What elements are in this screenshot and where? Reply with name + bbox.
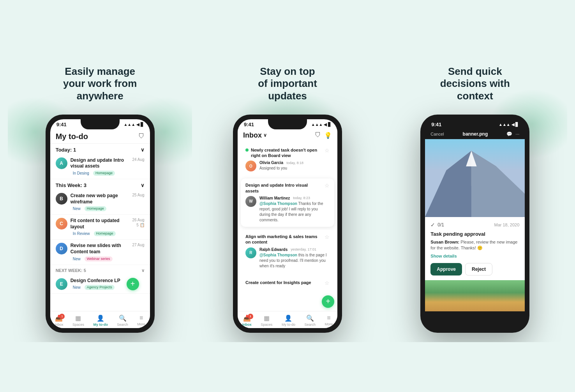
nav-spaces-label-2: Spaces bbox=[261, 323, 272, 327]
tag-webinar: Webinar series bbox=[85, 256, 113, 261]
panel-3-title: Send quick decisions with context bbox=[440, 65, 510, 102]
panels-container: Easily manage your work from anywhere 9:… bbox=[8, 50, 567, 342]
chevron-down-icon[interactable]: ∨ bbox=[141, 147, 145, 153]
chevron-down-icon-inbox[interactable]: ∨ bbox=[263, 132, 267, 138]
inbox-badge: 1 bbox=[59, 314, 65, 319]
fab-button-2[interactable]: + bbox=[322, 295, 334, 308]
avatar-4: D bbox=[56, 243, 67, 254]
chevron-down-icon-2[interactable]: ∨ bbox=[141, 182, 145, 188]
task-item-3[interactable]: C Fit content to updated layout In Revie… bbox=[50, 215, 150, 240]
task-tags-4: New Webinar series bbox=[71, 256, 129, 261]
star-icon-1[interactable]: ☆ bbox=[325, 147, 330, 154]
chevron-down-icon-3[interactable]: ∨ bbox=[141, 268, 145, 273]
task-item-2[interactable]: B Create new web page wireframe New Home… bbox=[50, 190, 150, 215]
mention-sophia: @Sophia Thompson bbox=[259, 201, 297, 206]
avatar-2: B bbox=[56, 193, 67, 205]
bottom-nav-2: 📥 Inbox 1 ▦ Spaces 👤 My to-do 🔍 Sea bbox=[238, 311, 337, 328]
approval-title: Task pending approval bbox=[430, 231, 519, 237]
tag-homepage: Homepage bbox=[93, 171, 115, 176]
filter-icon-inbox[interactable]: ⛉ bbox=[315, 132, 321, 139]
section-thisweek-label: This Week: 3 bbox=[56, 182, 86, 188]
ellipsis-icon[interactable]: ··· bbox=[515, 131, 519, 137]
mention-sophia-2: @Sophia Thompson bbox=[259, 253, 297, 257]
task-date-3: 26 Aug bbox=[132, 218, 145, 222]
phone-notch-3 bbox=[455, 119, 494, 129]
star-icon-4[interactable]: ☆ bbox=[325, 280, 330, 286]
nav-inbox-label: Inbox bbox=[55, 323, 63, 327]
section-thisweek: This Week: 3 ∨ bbox=[50, 179, 150, 190]
task-item-4[interactable]: D Revise new slides with Content team Ne… bbox=[50, 240, 150, 265]
landscape-image bbox=[425, 280, 525, 311]
nav-mytodo[interactable]: 👤 My to-do bbox=[93, 314, 108, 327]
status-time-3: 9:41 bbox=[431, 122, 441, 127]
inbox-item-header-1: Newly created task doesn't open right on… bbox=[245, 147, 330, 159]
status-icons-1: ▲▲▲ ◀ ▊ bbox=[123, 122, 143, 127]
phone-frame-2: 9:41 ▲▲▲ ◀ ▊ Inbox ∨ ⛉ 💡 bbox=[233, 115, 342, 333]
approval-header: Cancel banner.png 💬 ··· bbox=[425, 129, 525, 139]
inbox-time-3: yesterday, 17:01 bbox=[291, 247, 316, 251]
spaces-icon-2: ▦ bbox=[264, 314, 270, 322]
section-today: Today: 1 ∨ bbox=[50, 144, 150, 154]
approve-button[interactable]: Approve bbox=[430, 263, 462, 275]
inbox-time-1: today, 8:18 bbox=[286, 161, 303, 165]
show-details-link[interactable]: Show details bbox=[430, 254, 519, 258]
status-icons-3: ▲▲▲ ◀ ▊ bbox=[499, 122, 519, 127]
nav-more-2[interactable]: ≡ More bbox=[325, 314, 333, 326]
task-item[interactable]: A Design and update Intro visual assets … bbox=[50, 154, 150, 179]
task-meta: 5 📋 bbox=[136, 223, 144, 227]
inbox-item-2[interactable]: Design and update Intro visual assets ☆ … bbox=[241, 178, 334, 227]
tag-new: New bbox=[71, 206, 83, 211]
star-icon-2[interactable]: ☆ bbox=[325, 182, 330, 189]
inbox-title: Inbox ∨ bbox=[243, 131, 267, 139]
panel-2-title: Stay on top of important updates bbox=[258, 65, 317, 102]
task-name-4: Revise new slides with Content team bbox=[71, 243, 129, 255]
reject-button[interactable]: Reject bbox=[465, 263, 492, 275]
check-count: 0/1 bbox=[437, 222, 444, 228]
nav-inbox-2[interactable]: 📥 Inbox 1 bbox=[242, 314, 252, 327]
approval-check-row: ✓ 0/1 Mar 18, 2020 bbox=[430, 222, 519, 228]
inbox-sender-1: Olivia Garcia bbox=[259, 161, 283, 165]
inbox-item-title-1: Newly created task doesn't open right on… bbox=[251, 147, 325, 159]
inbox-item-1[interactable]: Newly created task doesn't open right on… bbox=[241, 143, 334, 176]
nav-search[interactable]: 🔍 Search bbox=[117, 314, 128, 327]
task-date-2: 25 Aug bbox=[132, 193, 145, 197]
nav-mytodo-2[interactable]: 👤 My to-do bbox=[282, 314, 295, 327]
bottom-nav-1: 📥 Inbox 1 ▦ Spaces 👤 My to-do 🔍 Sea bbox=[50, 311, 150, 328]
nav-search-2[interactable]: 🔍 Search bbox=[305, 314, 316, 327]
fab-button[interactable]: + bbox=[127, 278, 139, 290]
nav-search-label: Search bbox=[117, 323, 128, 327]
inbox-avatar-2: W bbox=[245, 196, 256, 207]
tag-new-3: New bbox=[71, 285, 83, 290]
inbox-icons: ⛉ 💡 bbox=[315, 132, 332, 139]
avatar-5: E bbox=[56, 278, 67, 290]
lightbulb-icon[interactable]: 💡 bbox=[324, 132, 332, 139]
nav-mytodo-label-2: My to-do bbox=[282, 323, 295, 327]
inbox-item-4[interactable]: Create content for Insights page ☆ bbox=[241, 276, 334, 292]
spaces-icon: ▦ bbox=[75, 314, 81, 322]
inbox-badge-2: 1 bbox=[248, 314, 253, 319]
star-icon-3[interactable]: ☆ bbox=[325, 234, 330, 240]
tag-inreview: In Review bbox=[71, 231, 92, 236]
inbox-text-1: Assigned to you bbox=[259, 166, 330, 171]
inbox-sender-3: Ralph Edwards bbox=[259, 247, 288, 252]
inbox-msg-row-1: O Olivia Garcia today, 8:18 Assigned to … bbox=[245, 161, 330, 171]
nav-inbox[interactable]: 📥 Inbox 1 bbox=[55, 314, 63, 327]
chat-icon[interactable]: 💬 bbox=[506, 131, 512, 137]
inbox-sender-2: William Martinez bbox=[259, 196, 290, 200]
mytodo-icon: 👤 bbox=[97, 314, 104, 322]
tag-new-2: New bbox=[71, 256, 83, 261]
inbox-item-header-3: Align with marketing & sales teams on co… bbox=[245, 234, 330, 245]
approval-card: ✓ 0/1 Mar 18, 2020 Task pending approval… bbox=[425, 217, 525, 280]
task-item-5[interactable]: E Design Conference LP New Agency Projec… bbox=[50, 275, 150, 294]
nav-more[interactable]: ≡ More bbox=[137, 314, 145, 326]
task-tags-3: In Review Homepage bbox=[71, 231, 129, 236]
filter-icon[interactable]: ⛉ bbox=[138, 133, 145, 140]
todo-title: My to-do bbox=[56, 132, 88, 141]
nav-spaces[interactable]: ▦ Spaces bbox=[72, 314, 84, 327]
cancel-button[interactable]: Cancel bbox=[430, 132, 444, 136]
nav-spaces-2[interactable]: ▦ Spaces bbox=[261, 314, 272, 327]
task-date-4: 27 Aug bbox=[132, 243, 145, 247]
inbox-item-3[interactable]: Align with marketing & sales teams on co… bbox=[241, 230, 334, 273]
inbox-msg-row-2: W William Martinez today, 8:23 @Sophia T… bbox=[245, 196, 330, 223]
nav-search-label-2: Search bbox=[305, 323, 316, 327]
